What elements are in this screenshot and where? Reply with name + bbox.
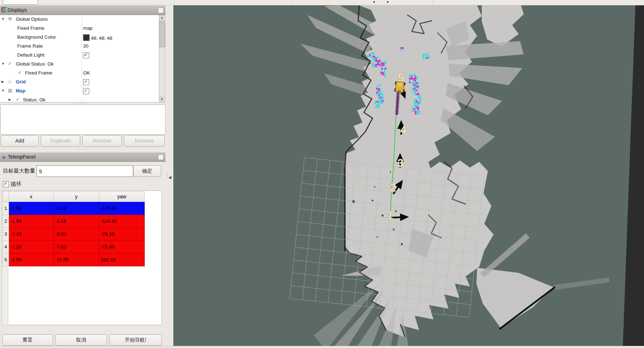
table-row[interactable]: 1-1.98-1.23-170.43: [3, 202, 145, 215]
toolbar-separator: [433, 1, 433, 4]
cell-y[interactable]: -7.62: [54, 241, 99, 253]
tree-row[interactable]: Fixed Framemap: [0, 24, 159, 33]
panel-float-button[interactable]: [158, 154, 164, 160]
start-navigation-button[interactable]: 开始导航!: [109, 334, 162, 346]
displays-panel-title: Displays: [8, 7, 27, 13]
cell-yaw[interactable]: -114.42: [99, 215, 145, 228]
tree-row-label: Background Color: [17, 34, 56, 40]
displays-list-box[interactable]: [0, 105, 165, 135]
panel-float-button[interactable]: [158, 8, 164, 13]
rename-button[interactable]: Rename: [124, 135, 165, 147]
cell-x[interactable]: -2.33: [9, 228, 54, 241]
expand-icon[interactable]: ▶: [9, 98, 11, 101]
row-number[interactable]: 3: [3, 228, 9, 241]
splitter-grip[interactable]: [75, 148, 91, 150]
cell-y[interactable]: -1.23: [54, 202, 99, 215]
waypoint-label: 2: [390, 182, 396, 194]
toolbar-separator: [291, 1, 291, 4]
cell-x[interactable]: -1.59: [9, 253, 54, 266]
cell-yaw[interactable]: -170.43: [99, 202, 145, 215]
table-row[interactable]: 4-2.20-7.62-72.40: [3, 241, 145, 253]
cell-yaw[interactable]: -79.18: [99, 228, 145, 241]
tree-row[interactable]: ✓Fixed FrameOK: [0, 69, 159, 78]
tree-row[interactable]: ▶◇Grid✓: [0, 78, 159, 87]
cell-y[interactable]: -11.55: [54, 253, 99, 266]
scrollbar-thumb[interactable]: [159, 21, 165, 47]
row-number[interactable]: 2: [3, 215, 9, 228]
add-button[interactable]: Add: [1, 135, 39, 147]
tree-row[interactable]: Frame Rate30: [0, 42, 159, 51]
check-icon: ✓: [16, 97, 20, 102]
top-toolbar: ▼ ▼: [0, 0, 644, 5]
cancel-button[interactable]: 取消: [55, 334, 107, 346]
tree-row-label: Fixed Frame: [17, 25, 44, 31]
row-number[interactable]: 4: [3, 241, 9, 253]
tree-scrollbar[interactable]: ▲ ▼: [159, 15, 165, 103]
checkbox[interactable]: ✓: [83, 88, 89, 94]
map-3d-viewport[interactable]: 54321: [173, 5, 644, 346]
displays-panel-icon: [1, 7, 7, 12]
collapse-icon[interactable]: ▼: [1, 17, 5, 21]
collapse-panel-icon[interactable]: ◀: [168, 175, 171, 180]
teleop-panel-titlebar[interactable]: ◆ TeleopPanel: [0, 152, 165, 162]
tree-row[interactable]: ▼⚙Global Options: [0, 15, 159, 24]
scroll-down-icon[interactable]: ▼: [159, 97, 164, 102]
column-header-yaw[interactable]: yaw: [99, 192, 145, 202]
row-number[interactable]: 1: [3, 202, 9, 215]
column-header-x[interactable]: x: [9, 192, 54, 202]
teleop-bottom-buttons: 重置 取消 开始导航!: [0, 334, 165, 345]
cell-yaw[interactable]: 101.33: [99, 253, 145, 266]
displays-panel-titlebar[interactable]: Displays: [0, 5, 165, 15]
cell-y[interactable]: -3.18: [54, 215, 99, 228]
cell-x[interactable]: -1.94: [9, 215, 54, 228]
toolbar-separator: [174, 1, 174, 4]
remove-button[interactable]: Remove: [82, 135, 122, 147]
tree-row[interactable]: ▼▦Map✓: [0, 87, 159, 96]
column-header-y[interactable]: y: [54, 192, 99, 202]
row-number-header[interactable]: [3, 192, 9, 202]
cell-yaw[interactable]: -72.40: [99, 241, 145, 253]
tree-row[interactable]: Default Light✓: [0, 51, 159, 60]
check-icon: ✓: [8, 61, 12, 66]
cell-y[interactable]: -5.02: [54, 228, 99, 241]
loop-checkbox[interactable]: ✓: [3, 181, 9, 187]
tree-row-value: 30: [83, 43, 88, 49]
tree-row[interactable]: Background Color 48; 48; 48: [0, 33, 159, 42]
tree-row-label: Default Light: [17, 52, 44, 58]
checkbox[interactable]: ✓: [83, 52, 89, 58]
splitter-grip[interactable]: [75, 102, 91, 104]
reset-button[interactable]: 重置: [2, 334, 53, 346]
table-row[interactable]: 2-1.94-3.18-114.42: [3, 215, 145, 228]
row-number-strip: [3, 265, 8, 324]
tree-row-value: map: [83, 25, 92, 31]
expand-icon[interactable]: ▶: [1, 80, 4, 83]
confirm-button[interactable]: 确定: [133, 165, 161, 177]
tree-row-label: Map: [16, 88, 25, 93]
cell-x[interactable]: -2.20: [9, 241, 54, 253]
window-bottom-strip: [0, 346, 644, 348]
table-row[interactable]: 3-2.33-5.02-79.18: [3, 228, 145, 241]
duplicate-button[interactable]: Duplicate: [41, 135, 80, 147]
table-row[interactable]: 5-1.59-11.55101.33: [3, 253, 145, 266]
tree-row[interactable]: ▼✓Global Status: Ok: [0, 60, 159, 69]
cell-x[interactable]: -1.98: [9, 202, 54, 215]
toolbar-partial-button[interactable]: [3, 0, 38, 5]
waypoint-table[interactable]: xyyaw1-1.98-1.23-170.432-1.94-3.18-114.4…: [3, 191, 145, 266]
color-swatch[interactable]: [83, 34, 90, 41]
displays-tree[interactable]: ▼⚙Global OptionsFixed FramemapBackground…: [0, 15, 159, 102]
toolbar-dropdown-icon[interactable]: ▼: [386, 0, 389, 4]
collapse-icon[interactable]: ▼: [1, 62, 5, 66]
row-number[interactable]: 5: [3, 253, 9, 266]
toolbar-dropdown-icon[interactable]: ▼: [373, 0, 376, 4]
collapse-icon[interactable]: ▼: [1, 89, 5, 92]
tree-row-value[interactable]: ✓: [83, 88, 89, 94]
checkbox[interactable]: ✓: [83, 79, 89, 85]
loop-label: 循环: [11, 181, 21, 188]
tree-row-value[interactable]: ✓: [83, 52, 89, 58]
tree-row-label: Global Status: Ok: [16, 61, 54, 67]
tree-row-value[interactable]: ✓: [83, 79, 89, 85]
scroll-up-icon[interactable]: ▲: [159, 15, 164, 21]
tree-row-label: Frame Rate: [17, 43, 43, 49]
goal-count-input[interactable]: [37, 165, 133, 177]
tree-row-label: Grid: [16, 79, 26, 84]
